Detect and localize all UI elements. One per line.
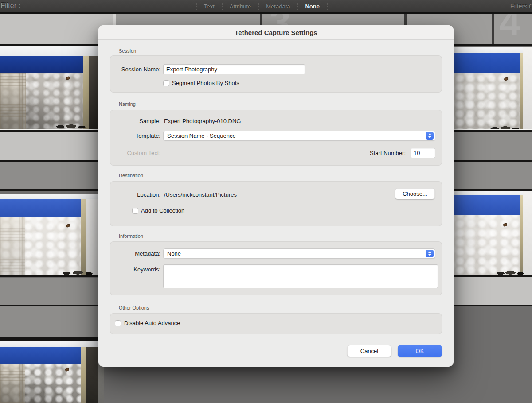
photo-thumbnail[interactable] [454, 47, 532, 130]
photo-layer [454, 47, 532, 53]
photo-layer [0, 199, 81, 217]
section-label-other-options: Other Options [119, 305, 149, 310]
custom-text-label: Custom Text: [98, 148, 160, 158]
photo-layer [454, 195, 520, 215]
filter-separator [258, 3, 259, 10]
photo-layer [0, 46, 98, 56]
photo-layer [83, 56, 89, 129]
photo-layer [81, 347, 86, 403]
start-number-input[interactable] [411, 148, 435, 158]
photo-layer [0, 364, 25, 403]
grid-cell [454, 132, 532, 160]
filter-bar-left-label: y Filter : [0, 2, 20, 10]
grid-cell [0, 306, 104, 337]
select-stepper-icon [426, 132, 434, 140]
photo-layer [86, 347, 98, 403]
dialog-titlebar: Tethered Capture Settings [98, 25, 454, 40]
photo-layer [0, 56, 83, 73]
photo-layer [0, 347, 81, 364]
row-separator [0, 337, 104, 341]
section-label-naming: Naming [119, 101, 136, 107]
photo-layer [0, 194, 98, 199]
tethered-capture-settings-dialog: Tethered Capture Settings Session Sessio… [98, 25, 454, 367]
photo-layer [454, 191, 532, 195]
photo-layer [489, 126, 520, 130]
filter-item-attribute[interactable]: Attribute [223, 3, 257, 10]
section-label-session: Session [119, 48, 136, 54]
disable-auto-advance-label: Disable Auto Advance [124, 320, 180, 326]
metadata-select[interactable]: None [163, 248, 435, 259]
location-value: /Users/nickconstant/Pictures [164, 190, 237, 200]
session-name-input[interactable] [163, 64, 305, 74]
location-label: Location: [98, 190, 160, 200]
segment-photos-checkbox[interactable] [163, 80, 169, 86]
template-select[interactable]: Session Name - Sequence [163, 131, 435, 141]
sample-value: Expert Photography-010.DNG [164, 116, 241, 126]
destination-groupbox [110, 181, 442, 226]
select-stepper-icon [426, 250, 434, 257]
grid-cell [0, 132, 104, 160]
filter-item-metadata[interactable]: Metadata [260, 3, 296, 10]
filter-separator [196, 3, 197, 10]
grid-cell [454, 162, 532, 189]
filter-item-none[interactable]: None [299, 3, 326, 10]
photo-layer [81, 199, 86, 275]
photo-layer [61, 271, 94, 275]
photo-layer [86, 199, 98, 275]
metadata-select-value: None [167, 250, 181, 257]
photo-layer [0, 341, 98, 347]
template-label: Template: [98, 131, 160, 141]
segment-photos-label: Segment Photos By Shots [172, 80, 239, 86]
add-to-collection-checkbox[interactable] [132, 208, 138, 214]
photo-layer [66, 224, 70, 228]
disable-auto-advance-checkbox[interactable] [115, 320, 121, 326]
photo-layer [0, 72, 26, 129]
section-label-information: Information [119, 233, 143, 239]
filter-items: Text Attribute Metadata None [195, 0, 329, 12]
filters-toggle-label[interactable]: Filters O [510, 3, 532, 10]
ok-button[interactable]: OK [398, 345, 442, 357]
keywords-textarea[interactable] [163, 264, 438, 288]
start-number-label: Start Number: [344, 148, 406, 158]
metadata-label: Metadata: [98, 248, 160, 259]
cancel-button[interactable]: Cancel [347, 345, 391, 357]
library-filter-bar: y Filter : Text Attribute Metadata None … [0, 0, 532, 12]
photo-layer [504, 77, 509, 81]
photo-thumbnail[interactable] [0, 341, 98, 403]
photo-layer [454, 53, 520, 73]
cell-index-number: 4 [499, 14, 520, 41]
choose-button[interactable]: Choose... [395, 188, 435, 199]
sample-label: Sample: [98, 116, 160, 126]
photo-layer [89, 56, 98, 129]
filter-separator [222, 3, 223, 10]
grid-cell: 4 [494, 14, 532, 44]
filter-separator [297, 3, 298, 10]
grid-cell [0, 278, 104, 305]
photo-layer [523, 47, 532, 129]
topbar-divider [0, 12, 532, 14]
template-select-value: Session Name - Sequence [167, 132, 236, 139]
grid-cell [0, 14, 113, 44]
grid-cell [454, 277, 532, 305]
photo-thumbnail[interactable] [0, 46, 98, 130]
keywords-label: Keywords: [98, 264, 160, 275]
section-label-destination: Destination [119, 173, 143, 178]
dialog-title: Tethered Capture Settings [235, 29, 317, 36]
grid-cell [0, 162, 104, 189]
photo-layer [0, 217, 25, 275]
photo-thumbnail[interactable] [0, 194, 98, 275]
add-to-collection-label: Add to Collection [141, 208, 184, 214]
session-name-label: Session Name: [98, 64, 160, 74]
photo-layer [55, 124, 86, 129]
photo-thumbnail[interactable] [454, 191, 532, 275]
filter-separator [327, 3, 328, 10]
photo-layer [523, 191, 532, 275]
filter-item-text[interactable]: Text [198, 3, 221, 10]
photo-layer [503, 223, 508, 227]
photo-layer [495, 271, 524, 275]
